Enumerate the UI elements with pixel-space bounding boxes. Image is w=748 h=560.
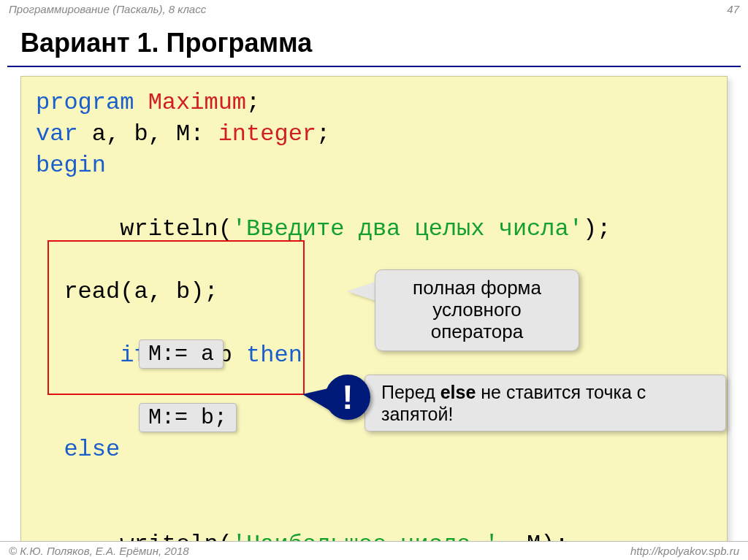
string-lit: 'Введите два целых числа' [232, 215, 583, 242]
slide-title: Вариант 1. Программа [0, 18, 748, 64]
chip-assign-a: M:= a [139, 340, 224, 369]
code-line-1: program Maximum; [36, 87, 712, 118]
chip-assign-b: M:= b; [139, 403, 237, 432]
semi: ; [246, 89, 260, 116]
semi: ; [316, 120, 330, 147]
footer-url: http://kpolyakov.spb.ru [630, 545, 739, 557]
code-line-3: begin [36, 150, 712, 181]
code-line-4: writeln('Введите два целых числа'); [36, 182, 712, 277]
writeln-call: writeln( [92, 215, 232, 242]
kw-then: then [246, 342, 302, 369]
kw-var: var [36, 120, 92, 147]
footer-bar: © К.Ю. Поляков, Е.А. Ерёмин, 2018 http:/… [0, 541, 748, 560]
header-left: Программирование (Паскаль), 8 класс [9, 3, 206, 15]
paren-end: ); [583, 215, 611, 242]
header-bar: Программирование (Паскаль), 8 класс 47 [0, 0, 748, 18]
vars: a, b, M: [92, 120, 218, 147]
exclamation-icon: ! [325, 375, 370, 420]
callout-tail-icon [347, 281, 378, 302]
code-box: program Maximum; var a, b, M: integer; b… [20, 76, 728, 560]
type-int: integer [218, 120, 316, 147]
footer-copyright: © К.Ю. Поляков, Е.А. Ерёмин, 2018 [9, 545, 189, 557]
code-line-8: else [36, 434, 712, 465]
code-line-9 [36, 465, 712, 496]
kw-program: program [36, 89, 148, 116]
note-bold: else [440, 382, 476, 402]
note-else: Перед else не ставится точка с запятой! [365, 375, 726, 431]
note-pre: Перед [381, 382, 440, 402]
title-rule [7, 66, 741, 67]
prog-name: Maximum [148, 89, 246, 116]
callout-full-form: полная форма условного оператора [375, 269, 579, 351]
page-number: 47 [727, 3, 739, 15]
code-line-2: var a, b, M: integer; [36, 118, 712, 150]
